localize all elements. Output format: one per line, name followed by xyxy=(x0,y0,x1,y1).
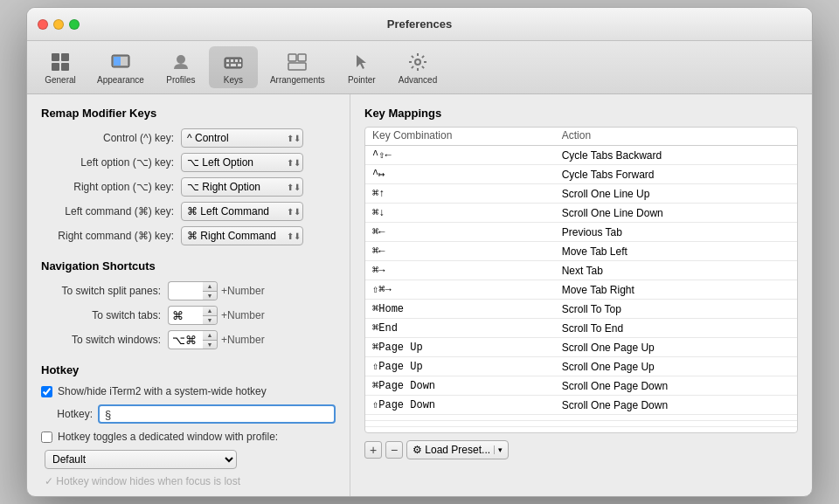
svg-rect-14 xyxy=(231,64,236,66)
hotkey-field-label: Hotkey: xyxy=(45,408,93,420)
switch-windows-input[interactable] xyxy=(168,330,203,349)
toolbar: General Appearance Profiles xyxy=(27,41,812,94)
toolbar-item-advanced[interactable]: Advanced xyxy=(390,46,446,88)
switch-tabs-input[interactable] xyxy=(168,306,203,325)
appearance-label: Appearance xyxy=(97,75,144,85)
svg-rect-9 xyxy=(226,59,229,62)
key-table-row[interactable]: ⌘End Scroll To End xyxy=(365,319,797,338)
key-action-cell: Scroll To Top xyxy=(555,300,797,319)
toolbar-item-arrangements[interactable]: Arrangements xyxy=(261,46,334,88)
right-command-select-wrapper: ⌘ Right Command ⬆⬇ xyxy=(181,226,303,245)
svg-rect-12 xyxy=(239,59,241,62)
key-action-cell xyxy=(555,415,797,421)
key-table-row[interactable]: ⌘↓ Scroll One Line Down xyxy=(365,204,797,223)
table-toolbar: + − ⚙ Load Preset... ▾ xyxy=(364,440,798,459)
key-table-row[interactable]: ⌘← Move Tab Left xyxy=(365,242,797,261)
advanced-label: Advanced xyxy=(399,75,437,85)
key-combo-cell: ⌘↑ xyxy=(365,184,555,204)
hotkey-window-checkbox[interactable] xyxy=(41,432,52,443)
key-combo-cell: ⌘← xyxy=(365,223,555,242)
switch-windows-row: To switch windows: ▲ ▼ +Number xyxy=(41,330,336,349)
key-table-row[interactable]: ⌘Page Up Scroll One Page Up xyxy=(365,338,797,357)
svg-rect-10 xyxy=(231,59,233,62)
hotkey-checkbox[interactable] xyxy=(41,386,52,397)
toolbar-item-profiles[interactable]: Profiles xyxy=(156,46,205,88)
key-combo-cell: ⌘Home xyxy=(365,300,555,319)
remap-section-title: Remap Modifier Keys xyxy=(41,107,336,120)
key-table-row[interactable]: ⌘→ Next Tab xyxy=(365,261,797,280)
toolbar-item-pointer[interactable]: Pointer xyxy=(337,46,386,88)
key-action-cell: Scroll To End xyxy=(555,319,797,338)
left-option-label: Left option (⌥) key: xyxy=(41,156,181,169)
control-key-select[interactable]: ^ Control xyxy=(181,128,303,148)
key-table-row[interactable]: ⇧Page Down Scroll One Page Down xyxy=(365,396,797,415)
general-icon xyxy=(48,50,73,74)
close-button[interactable] xyxy=(38,19,48,30)
switch-panes-input[interactable] xyxy=(168,281,203,300)
switch-tabs-down[interactable]: ▼ xyxy=(203,316,217,325)
svg-rect-17 xyxy=(298,54,306,61)
add-mapping-button[interactable]: + xyxy=(364,441,382,459)
svg-rect-2 xyxy=(52,63,59,71)
advanced-icon xyxy=(406,50,430,74)
right-option-row: Right option (⌥) key: ⌥ Right Option ⬆⬇ xyxy=(41,177,336,197)
left-option-select[interactable]: ⌥ Left Option xyxy=(181,153,303,172)
key-table-row[interactable] xyxy=(365,427,797,433)
remove-mapping-button[interactable]: − xyxy=(385,441,403,459)
hotkey-hides-label: ✓ Hotkey window hides when focus is lost xyxy=(45,475,240,487)
switch-windows-suffix: +Number xyxy=(221,334,265,346)
switch-tabs-up[interactable]: ▲ xyxy=(203,307,217,316)
right-command-row: Right command (⌘) key: ⌘ Right Command ⬆… xyxy=(41,226,336,245)
switch-panes-down[interactable]: ▼ xyxy=(203,292,217,300)
col-header-action: Action xyxy=(555,128,797,146)
hotkey-field-row: Hotkey: xyxy=(45,404,336,424)
hotkey-profile-select[interactable]: Default xyxy=(45,450,237,469)
zoom-button[interactable] xyxy=(69,19,80,30)
key-table-row[interactable]: ⌘← Previous Tab xyxy=(365,223,797,242)
key-combo-cell xyxy=(365,415,555,421)
key-table-row[interactable]: ⌘Home Scroll To Top xyxy=(365,300,797,319)
toolbar-item-appearance[interactable]: Appearance xyxy=(88,46,153,88)
key-table-row[interactable]: ⇧⌘→ Move Tab Right xyxy=(365,280,797,300)
key-action-cell: Cycle Tabs Backward xyxy=(555,146,797,165)
svg-rect-11 xyxy=(235,59,238,62)
key-table-row[interactable] xyxy=(365,415,797,421)
right-option-select[interactable]: ⌥ Right Option xyxy=(181,177,303,197)
key-table-row[interactable]: ⌘Page Down Scroll One Page Down xyxy=(365,376,797,396)
keys-icon xyxy=(221,50,246,74)
left-command-select[interactable]: ⌘ Left Command xyxy=(181,202,303,221)
svg-rect-0 xyxy=(52,53,59,61)
left-option-select-wrapper: ⌥ Left Option ⬆⬇ xyxy=(181,153,303,172)
key-table-row[interactable] xyxy=(365,421,797,427)
svg-point-7 xyxy=(177,55,185,64)
switch-windows-up[interactable]: ▲ xyxy=(203,331,217,341)
switch-windows-down[interactable]: ▼ xyxy=(203,341,217,349)
toolbar-item-keys[interactable]: Keys xyxy=(209,46,258,88)
right-command-select[interactable]: ⌘ Right Command xyxy=(181,226,303,245)
hotkey-window-checkbox-row: Hotkey toggles a dedicated window with p… xyxy=(41,431,336,443)
hotkey-profile-row: Default xyxy=(45,450,336,469)
key-action-cell: Move Tab Right xyxy=(555,280,797,300)
key-combo-cell: ⇧Page Down xyxy=(365,396,555,415)
key-table-row[interactable]: ^⇧← Cycle Tabs Backward xyxy=(365,146,797,165)
minimize-button[interactable] xyxy=(53,19,64,30)
hotkey-input[interactable] xyxy=(98,404,336,424)
key-action-cell: Scroll One Page Down xyxy=(555,376,797,396)
svg-rect-8 xyxy=(225,58,242,68)
key-mappings-table: Key Combination Action ^⇧← Cycle Tabs Ba… xyxy=(365,128,797,432)
key-table-row[interactable]: ⌘↑ Scroll One Line Up xyxy=(365,184,797,204)
titlebar: Preferences xyxy=(27,8,812,41)
switch-windows-stepper: ▲ ▼ xyxy=(203,330,218,349)
load-preset-button[interactable]: ⚙ Load Preset... ▾ xyxy=(406,440,509,459)
switch-windows-controls: ▲ ▼ +Number xyxy=(168,330,265,349)
key-action-cell: Previous Tab xyxy=(555,223,797,242)
key-table-row[interactable]: ⇧Page Up Scroll One Page Up xyxy=(365,357,797,376)
toolbar-item-general[interactable]: General xyxy=(36,46,85,88)
switch-panes-up[interactable]: ▲ xyxy=(203,282,217,292)
key-action-cell: Scroll One Page Up xyxy=(555,338,797,357)
key-combo-cell xyxy=(365,427,555,433)
key-action-cell: Scroll One Line Up xyxy=(555,184,797,204)
key-table-row[interactable]: ^↦ Cycle Tabs Forward xyxy=(365,165,797,184)
window-title: Preferences xyxy=(387,17,452,31)
nav-section-title: Navigation Shortcuts xyxy=(41,259,336,273)
